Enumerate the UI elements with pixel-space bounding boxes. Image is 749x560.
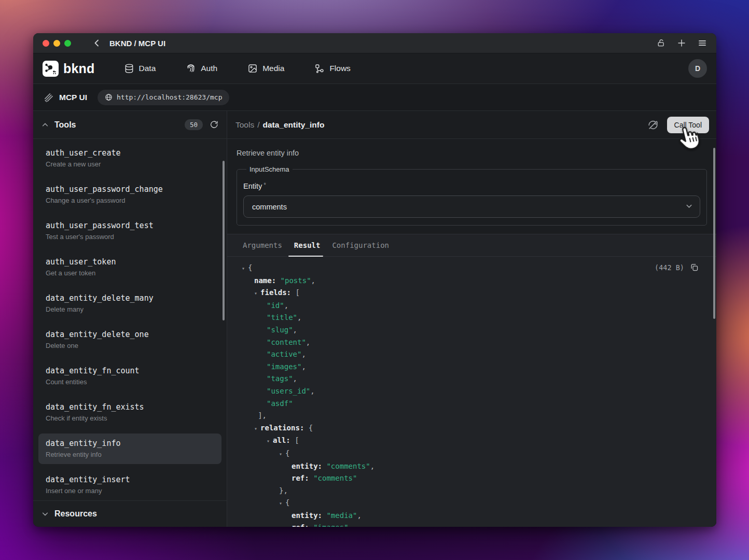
- json-token-punct: {: [309, 424, 313, 432]
- json-token-str: "posts": [281, 276, 311, 285]
- collapse-arrow-icon[interactable]: ▾: [279, 451, 285, 457]
- tab-configuration[interactable]: Configuration: [332, 234, 389, 256]
- tool-description: Count entities: [46, 377, 214, 386]
- close-window-button[interactable]: [43, 40, 49, 47]
- auto-refresh-off-icon[interactable]: [647, 119, 659, 131]
- json-token-punct: ,: [301, 350, 306, 358]
- json-token-punct: {: [285, 449, 289, 457]
- server-url-pill[interactable]: http://localhost:28623/mcp: [98, 90, 230, 105]
- result-size: (442 B): [655, 263, 684, 272]
- mcp-icon: [44, 92, 53, 102]
- tool-description: Delete one: [46, 341, 214, 350]
- tool-description: Create a new user: [46, 160, 214, 169]
- nav-item-label: Auth: [201, 64, 217, 73]
- tool-detail-header: Tools / data_entity_info Call Tool: [227, 111, 716, 139]
- sidebar-item-auth_user_token[interactable]: auth_user_tokenGet a user token: [38, 252, 221, 283]
- refresh-icon[interactable]: [210, 120, 218, 129]
- tab-arguments[interactable]: Arguments: [243, 234, 282, 256]
- bknd-logo-icon: [43, 61, 59, 77]
- collapse-arrow-icon[interactable]: ▾: [279, 500, 285, 506]
- sidebar-item-data_entity_fn_exists[interactable]: data_entity_fn_existsCheck if entity exi…: [38, 397, 221, 428]
- tool-name: auth_user_password_test: [46, 221, 214, 231]
- copy-icon[interactable]: [690, 263, 699, 272]
- entity-select[interactable]: comments: [243, 195, 700, 218]
- user-avatar[interactable]: D: [688, 59, 707, 78]
- json-token-str: "content": [267, 338, 306, 346]
- new-tab-icon[interactable]: [677, 38, 686, 48]
- breadcrumb-section[interactable]: Tools: [235, 120, 254, 130]
- content-area: Tools 50 auth_user_createCreate a new us…: [33, 111, 716, 527]
- tool-description: Get a user token: [46, 269, 214, 277]
- collapse-arrow-icon[interactable]: ▾: [254, 426, 260, 431]
- tool-name: data_entity_delete_many: [46, 293, 214, 303]
- lock-icon[interactable]: [657, 38, 665, 48]
- workflow-icon: [314, 63, 325, 74]
- json-token-str: "images": [313, 523, 348, 527]
- tools-section-header[interactable]: Tools 50: [33, 111, 227, 139]
- result-section: ArgumentsResultConfiguration (442 B) ▾ {…: [227, 234, 716, 527]
- chevron-down-icon: [41, 510, 49, 517]
- json-token-key: entity:: [292, 511, 326, 520]
- collapse-arrow-icon[interactable]: ▾: [254, 290, 260, 296]
- json-token-punct: ,: [284, 301, 288, 310]
- tab-bar: ArgumentsResultConfiguration: [227, 234, 716, 257]
- sidebar-item-auth_user_create[interactable]: auth_user_createCreate a new user: [38, 143, 221, 174]
- tool-name: data_entity_delete_one: [46, 330, 214, 340]
- nav-item-data[interactable]: Data: [124, 63, 156, 74]
- tool-name: auth_user_password_change: [46, 185, 214, 194]
- json-token-punct: {: [248, 263, 252, 272]
- main-scrollbar-thumb[interactable]: [713, 148, 715, 319]
- nav-menu: Data Auth Media Flows: [124, 63, 351, 74]
- json-line: "active",: [227, 348, 716, 361]
- resources-section-header[interactable]: Resources: [33, 500, 227, 527]
- json-token-key: relations:: [260, 424, 309, 432]
- json-line: "asdf": [227, 398, 716, 410]
- json-line: ▾ {: [227, 497, 716, 510]
- page-title: MCP UI: [59, 93, 87, 102]
- collapse-arrow-icon[interactable]: ▾: [267, 438, 273, 444]
- maximize-window-button[interactable]: [64, 40, 71, 47]
- desktop-wallpaper: { "window": { "title": "BKND / MCP UI" }…: [0, 0, 749, 560]
- sidebar-item-data_entity_info[interactable]: data_entity_infoRetrieve entity info: [38, 433, 221, 464]
- sidebar-item-auth_user_password_test[interactable]: auth_user_password_testTest a user's pas…: [38, 216, 221, 246]
- sidebar-scrollbar-thumb[interactable]: [223, 161, 225, 320]
- sidebar-item-auth_user_password_change[interactable]: auth_user_password_changeChange a user's…: [38, 179, 221, 210]
- sidebar-item-data_entity_insert[interactable]: data_entity_insertInsert one or many: [38, 470, 221, 500]
- menu-icon[interactable]: [698, 38, 707, 48]
- json-token-punct: ,: [310, 387, 314, 395]
- nav-item-media[interactable]: Media: [247, 63, 284, 74]
- collapse-arrow-icon[interactable]: ▾: [242, 265, 248, 271]
- sidebar-item-data_entity_delete_one[interactable]: data_entity_delete_oneDelete one: [38, 325, 221, 355]
- breadcrumb-separator: /: [257, 120, 259, 130]
- tab-result[interactable]: Result: [294, 234, 321, 256]
- nav-item-label: Media: [262, 64, 284, 73]
- back-icon[interactable]: [93, 39, 101, 47]
- json-token-key: name:: [254, 276, 281, 285]
- brand-logo[interactable]: bknd: [43, 61, 95, 77]
- tool-detail-panel: Tools / data_entity_info Call Tool Retri…: [227, 111, 716, 527]
- tools-section-title: Tools: [54, 120, 76, 130]
- json-line: "content",: [227, 337, 716, 349]
- nav-item-auth[interactable]: Auth: [186, 63, 217, 74]
- minimize-window-button[interactable]: [53, 40, 60, 47]
- tool-name: data_entity_fn_exists: [46, 402, 214, 412]
- json-line: ▾ fields: [: [227, 287, 716, 300]
- call-tool-button[interactable]: Call Tool: [667, 117, 709, 133]
- json-token-str: "title": [267, 313, 297, 321]
- json-line: "title",: [227, 312, 716, 324]
- json-token-key: ref:: [292, 474, 313, 482]
- traffic-lights: [43, 40, 71, 47]
- image-icon: [247, 63, 258, 74]
- tool-description: Test a user's password: [46, 232, 214, 241]
- sidebar-item-data_entity_delete_many[interactable]: data_entity_delete_manyDelete many: [38, 288, 221, 319]
- json-token-punct: ,: [306, 338, 310, 346]
- sidebar-item-data_entity_fn_count[interactable]: data_entity_fn_countCount entities: [38, 361, 221, 391]
- tool-name: data_entity_info: [46, 439, 214, 449]
- json-token-punct: ,: [370, 462, 374, 470]
- mcp-toolbar: MCP UI http://localhost:28623/mcp: [33, 84, 716, 111]
- nav-item-flows[interactable]: Flows: [314, 63, 350, 74]
- json-line: },: [227, 485, 716, 497]
- app-window: BKND / MCP UI bknd Data: [33, 33, 716, 527]
- window-titlebar: BKND / MCP UI: [33, 33, 716, 53]
- json-line: "images",: [227, 361, 716, 373]
